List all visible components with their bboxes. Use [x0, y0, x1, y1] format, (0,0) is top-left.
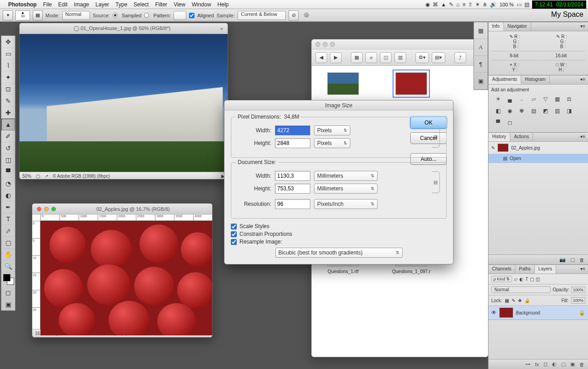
traffic-light-max[interactable]: [51, 207, 56, 211]
document-tab[interactable]: ◯ 01_OperaHouse_1.jpg @ 50% (RGB/8*) ×: [20, 23, 228, 34]
brush-panel-icon[interactable]: ▦: [33, 10, 43, 20]
new-layer-icon[interactable]: ▣: [570, 361, 575, 367]
tab-adjustments[interactable]: Adjustments: [488, 75, 521, 84]
filter-icon[interactable]: ▢: [530, 277, 534, 282]
curves-icon[interactable]: ⦧: [518, 95, 526, 103]
wand-tool[interactable]: ✦: [1, 71, 15, 83]
eyedropper-tool[interactable]: ✎: [1, 95, 15, 107]
view-list-button[interactable]: ≡: [365, 52, 377, 63]
filter-icon[interactable]: ◫: [536, 277, 540, 282]
link-icon[interactable]: ⊶: [525, 361, 530, 367]
tab-paths[interactable]: Paths: [515, 265, 535, 274]
pixel-height-unit[interactable]: Pixels: [314, 138, 350, 148]
panel-icon[interactable]: ▦: [474, 22, 488, 39]
threshold-icon[interactable]: ◨: [565, 107, 573, 115]
pattern-select[interactable]: [174, 11, 186, 20]
path-tool[interactable]: ⬀: [1, 225, 15, 237]
folder-icon[interactable]: ▣: [474, 73, 488, 90]
heal-tool[interactable]: ✚: [1, 107, 15, 119]
history-snapshot[interactable]: ✎02_Apples.jpg: [488, 142, 588, 154]
visibility-icon[interactable]: 👁: [491, 309, 497, 316]
tab-channels[interactable]: Channels: [488, 265, 515, 274]
history-state[interactable]: ▤Open: [488, 154, 588, 163]
filter-icon[interactable]: T: [525, 277, 528, 282]
pixel-width-unit[interactable]: Pixels: [314, 125, 350, 135]
aligned-checkbox[interactable]: [189, 13, 194, 18]
tab-info[interactable]: Info: [488, 22, 504, 31]
brush-preset[interactable]: 30: [15, 10, 30, 20]
gradient-map-icon[interactable]: ▀: [494, 119, 502, 127]
view-col-button[interactable]: ◫: [380, 52, 392, 63]
zoom-tool[interactable]: 🔍: [1, 260, 15, 272]
traffic-light-max[interactable]: [330, 42, 335, 47]
panel-menu-icon[interactable]: ▾≡: [578, 133, 588, 141]
action-button[interactable]: ⚙▾: [415, 52, 429, 63]
opacity-input[interactable]: 100%: [571, 287, 585, 293]
history-brush-tool[interactable]: ↺: [1, 142, 15, 154]
pixel-height-input[interactable]: [275, 138, 310, 148]
eraser-tool[interactable]: ◫: [1, 154, 15, 166]
pen-tool[interactable]: ✒: [1, 201, 15, 213]
mixer-icon[interactable]: ✾: [518, 107, 526, 115]
fill-input[interactable]: 100%: [571, 297, 585, 304]
menu-filter[interactable]: Filter: [155, 1, 167, 8]
workspace-select[interactable]: My Space: [551, 10, 583, 19]
tab-history[interactable]: History: [488, 133, 510, 141]
dialog-title[interactable]: Image Size: [224, 100, 453, 110]
sample-select[interactable]: Current & Below: [238, 11, 286, 20]
sampled-radio[interactable]: [113, 13, 118, 18]
vibrance-icon[interactable]: ▽: [541, 95, 549, 103]
traffic-light-close[interactable]: [315, 42, 320, 47]
type-tool[interactable]: T: [1, 213, 15, 225]
resample-method-select[interactable]: Bicubic (best for smooth gradients): [275, 248, 403, 258]
new-icon[interactable]: ▢: [570, 257, 575, 263]
blur-tool[interactable]: ◔: [1, 178, 15, 189]
hue-icon[interactable]: ▦: [553, 95, 561, 103]
doc-height-unit[interactable]: Millimeters: [314, 184, 378, 194]
color-swatches[interactable]: [1, 272, 15, 287]
menu-view[interactable]: View: [174, 1, 185, 8]
mode-select[interactable]: Normal: [62, 11, 90, 20]
doc-width-unit[interactable]: Millimeters: [314, 171, 378, 181]
pattern-radio[interactable]: [144, 13, 149, 18]
selective-icon[interactable]: ◻: [506, 119, 514, 127]
menu-image[interactable]: Image: [74, 1, 89, 8]
lock-move-icon[interactable]: ✥: [518, 298, 522, 303]
hand-tool[interactable]: ✋: [1, 249, 15, 260]
menu-file[interactable]: File: [43, 1, 52, 8]
paragraph-icon[interactable]: ¶: [474, 56, 488, 73]
tab-histogram[interactable]: Histogram: [521, 75, 550, 84]
crop-tool[interactable]: ⊡: [1, 83, 15, 95]
view-icon-button[interactable]: ▦: [351, 52, 363, 63]
tool-preset-icon[interactable]: ✦: [3, 10, 13, 20]
stamp-tool[interactable]: ▲: [1, 119, 15, 130]
tab-actions[interactable]: Actions: [510, 133, 533, 141]
canvas-image[interactable]: [40, 221, 213, 335]
fwd-button[interactable]: ▶: [330, 52, 342, 63]
doc-height-input[interactable]: [275, 184, 310, 194]
screenmode-icon[interactable]: ▣: [1, 299, 15, 310]
lasso-tool[interactable]: ⌇: [1, 60, 15, 71]
brush-tool[interactable]: ✐: [1, 130, 15, 142]
finder-titlebar[interactable]: [312, 40, 488, 50]
menu-type[interactable]: Type: [115, 1, 127, 8]
view-cover-button[interactable]: ▥: [394, 52, 406, 63]
adjustment-icon[interactable]: ◐: [552, 361, 557, 367]
zoom-level[interactable]: 50%: [22, 174, 31, 179]
arrange-button[interactable]: ▤▾: [432, 52, 445, 63]
lock-all-icon[interactable]: 🔒: [524, 298, 530, 303]
posterize-icon[interactable]: ▨: [553, 107, 561, 115]
trash-icon[interactable]: 🗑: [579, 257, 584, 263]
doc-width-input[interactable]: [275, 171, 310, 181]
lock-brush-icon[interactable]: ✎: [512, 298, 515, 303]
type-icon[interactable]: A: [474, 39, 488, 56]
panel-menu-icon[interactable]: ▾≡: [578, 75, 588, 84]
group-icon[interactable]: ▢: [561, 361, 566, 367]
menu-layer[interactable]: Layer: [95, 1, 109, 8]
brightness-icon[interactable]: ☀: [494, 95, 502, 103]
document-tab[interactable]: 02_Apples.jpg @ 16,7% (RGB/8): [32, 204, 212, 214]
traffic-light-min[interactable]: [323, 42, 328, 47]
bw-icon[interactable]: ◧: [494, 107, 502, 115]
file-item[interactable]: [318, 72, 368, 98]
lock-pixels-icon[interactable]: ▦: [505, 298, 509, 303]
